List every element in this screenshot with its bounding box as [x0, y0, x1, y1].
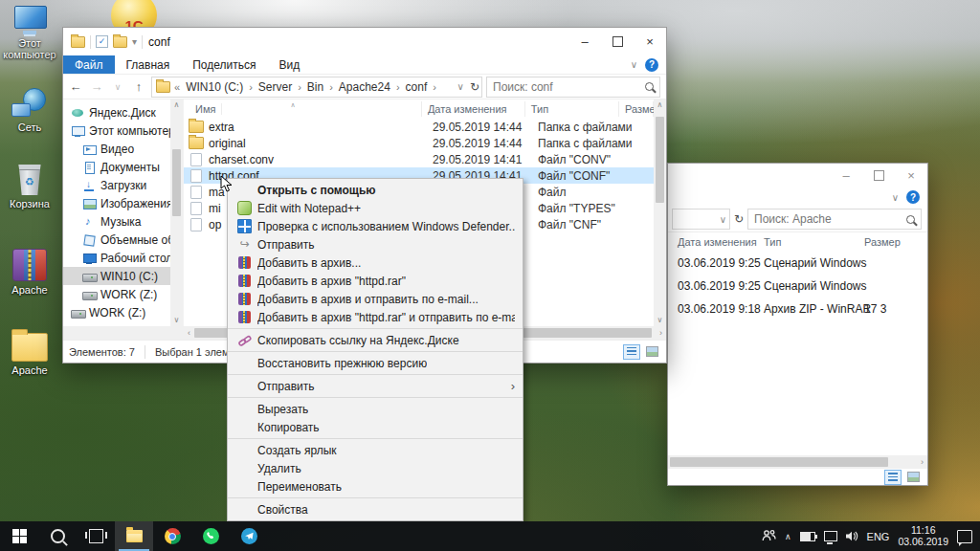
column-header-date[interactable]: Дата изменения [422, 101, 525, 117]
details-view-button[interactable] [623, 344, 640, 360]
nav-item-music[interactable]: Музыка [63, 212, 170, 231]
menu-item-rename[interactable]: Переименовать [228, 477, 523, 496]
details-view-button[interactable] [884, 470, 902, 485]
menu-item-archive-and-email[interactable]: Добавить в архив и отправить по e-mail..… [228, 290, 523, 308]
taskbar-chrome[interactable] [153, 521, 191, 551]
help-icon[interactable]: ? [645, 58, 658, 72]
breadcrumb[interactable]: ∨ [672, 209, 730, 230]
tab-home[interactable]: Главная [115, 55, 182, 74]
scroll-right-icon[interactable]: › [917, 457, 927, 467]
menu-item-create-shortcut[interactable]: Создать ярлык [228, 441, 523, 459]
column-header-name[interactable]: ∧Имя [184, 101, 422, 117]
taskbar-file-explorer[interactable] [115, 521, 153, 551]
file-row[interactable]: 03.06.2019 9:25 Сценарий Windows [668, 275, 927, 298]
nav-item-work-z[interactable]: WORK (Z:) [63, 285, 170, 303]
scroll-up-icon[interactable]: ∧ [174, 99, 180, 111]
file-row[interactable]: 03.06.2019 9:18 Архив ZIP - WinRAR 17 3 [668, 298, 927, 320]
tab-view[interactable]: Вид [267, 55, 311, 74]
scroll-down-icon[interactable]: ∨ [174, 315, 180, 326]
file-row[interactable]: extra 29.05.2019 14:44 Папка с файлами [184, 119, 654, 135]
search-input[interactable]: Поиск: conf [486, 77, 660, 98]
volume-icon[interactable] [846, 528, 858, 545]
horizontal-scrollbar[interactable]: › [668, 455, 927, 469]
folder-icon[interactable] [71, 36, 85, 48]
help-icon[interactable]: ? [906, 190, 920, 204]
nav-item-this-pc[interactable]: Этот компьютер [63, 121, 170, 140]
recent-locations-icon[interactable]: ∨ [109, 82, 126, 92]
menu-item-cut[interactable]: Вырезать [228, 400, 523, 418]
minimize-button[interactable]: – [830, 164, 862, 187]
maximize-button[interactable] [862, 164, 895, 187]
breadcrumb-segment[interactable]: Server [256, 80, 294, 94]
ribbon-collapse-icon[interactable]: ∨ [892, 192, 899, 203]
nav-item-pictures[interactable]: Изображения [63, 194, 170, 212]
language-indicator[interactable]: ENG [867, 531, 890, 542]
menu-item-share[interactable]: ↪Отправить [228, 235, 523, 253]
battery-icon[interactable] [800, 532, 815, 541]
nav-item-documents[interactable]: Документы [63, 158, 170, 176]
close-button[interactable]: × [634, 28, 666, 55]
menu-item-open-with[interactable]: Открыть с помощью [228, 181, 523, 199]
menu-item-add-to-archive-named[interactable]: Добавить в архив "httpd.rar" [228, 272, 523, 290]
nav-item-win10-c[interactable]: WIN10 (C:) [63, 267, 170, 285]
refresh-icon[interactable]: ↻ [734, 212, 744, 226]
task-view-button[interactable] [77, 521, 115, 551]
nav-scrollbar[interactable]: ∧ ∨ [170, 99, 183, 326]
action-center-icon[interactable] [957, 530, 972, 543]
menu-item-defender-scan[interactable]: Проверка с использованием Windows Defend… [228, 217, 523, 235]
titlebar[interactable]: – × [668, 164, 927, 187]
taskbar-search-button[interactable] [38, 521, 77, 551]
scrollbar-thumb[interactable] [670, 457, 888, 467]
thumbnails-view-button[interactable] [643, 344, 660, 360]
qat-dropdown-icon[interactable]: ▾ [132, 36, 137, 47]
address-dropdown-icon[interactable]: ∨ [457, 81, 464, 92]
maximize-button[interactable] [601, 28, 634, 55]
ribbon-collapse-icon[interactable]: ∨ [631, 59, 637, 70]
new-folder-icon[interactable] [113, 36, 127, 48]
thumbnails-view-button[interactable] [904, 470, 922, 485]
menu-item-copy[interactable]: Копировать [228, 418, 523, 436]
scroll-left-icon[interactable]: ‹ [63, 328, 194, 338]
tab-share[interactable]: Поделиться [181, 55, 267, 74]
file-row[interactable]: charset.conv 29.05.2019 14:41 Файл "CONV… [184, 151, 654, 167]
menu-item-copy-yandex-link[interactable]: Скопировать ссылку на Яндекс.Диске [228, 331, 523, 349]
breadcrumb-segment[interactable]: conf [404, 80, 430, 94]
hidden-icons-chevron[interactable]: ∧ [785, 532, 791, 541]
nav-item-3d-objects[interactable]: Объемные объ [63, 231, 170, 249]
up-icon[interactable]: ↑ [130, 79, 147, 94]
breadcrumb-segment[interactable]: Bin [305, 80, 325, 94]
scroll-up-icon[interactable]: ∧ [657, 99, 663, 111]
menu-item-archive-named-and-email[interactable]: Добавить в архив "httpd.rar" и отправить… [228, 308, 523, 326]
menu-item-delete[interactable]: Удалить [228, 459, 523, 477]
people-icon[interactable] [762, 528, 776, 545]
taskbar-whatsapp[interactable] [191, 521, 230, 551]
file-list-scrollbar[interactable]: ∧ ∨ [654, 99, 666, 326]
scroll-down-icon[interactable]: ∨ [657, 315, 663, 326]
taskbar-clock[interactable]: 11:1603.06.2019 [898, 525, 948, 547]
scroll-right-icon[interactable]: › [656, 328, 666, 338]
tab-file[interactable]: Файл [63, 55, 115, 74]
column-header-date[interactable]: Дата изменения [668, 234, 764, 250]
nav-item-videos[interactable]: Видео [63, 140, 170, 158]
properties-check-icon[interactable]: ✓ [96, 35, 108, 48]
desktop-icon-apache-archive[interactable]: Apache [2, 249, 57, 296]
titlebar[interactable]: ✓ ▾ conf – × [63, 28, 666, 55]
start-button[interactable] [0, 521, 38, 551]
menu-item-send-to[interactable]: Отправить› [228, 377, 523, 395]
search-input[interactable]: Поиск: Apache [747, 209, 922, 230]
refresh-icon[interactable]: ↻ [470, 80, 479, 94]
file-row[interactable]: 03.06.2019 9:25 Сценарий Windows [668, 252, 927, 275]
column-header-type[interactable]: Тип [525, 101, 619, 117]
desktop-icon-network[interactable]: Сеть [2, 88, 57, 133]
column-header-size[interactable]: Размер [619, 101, 654, 117]
breadcrumb-overflow-icon[interactable]: « [172, 81, 182, 93]
nav-item-desktop[interactable]: Рабочий стол [63, 249, 170, 267]
nav-item-downloads[interactable]: Загрузки [63, 176, 170, 194]
desktop-icon-apache-folder[interactable]: Apache [2, 333, 57, 376]
breadcrumb-segment[interactable]: Apache24 [337, 80, 392, 94]
menu-item-restore-previous[interactable]: Восстановить прежнюю версию [228, 354, 523, 372]
menu-item-properties[interactable]: Свойства [228, 500, 523, 518]
desktop-icon-recycle-bin[interactable]: Корзина [2, 165, 57, 209]
forward-icon[interactable]: → [88, 79, 105, 94]
nav-item-yandex-disk[interactable]: Яндекс.Диск [63, 103, 170, 121]
